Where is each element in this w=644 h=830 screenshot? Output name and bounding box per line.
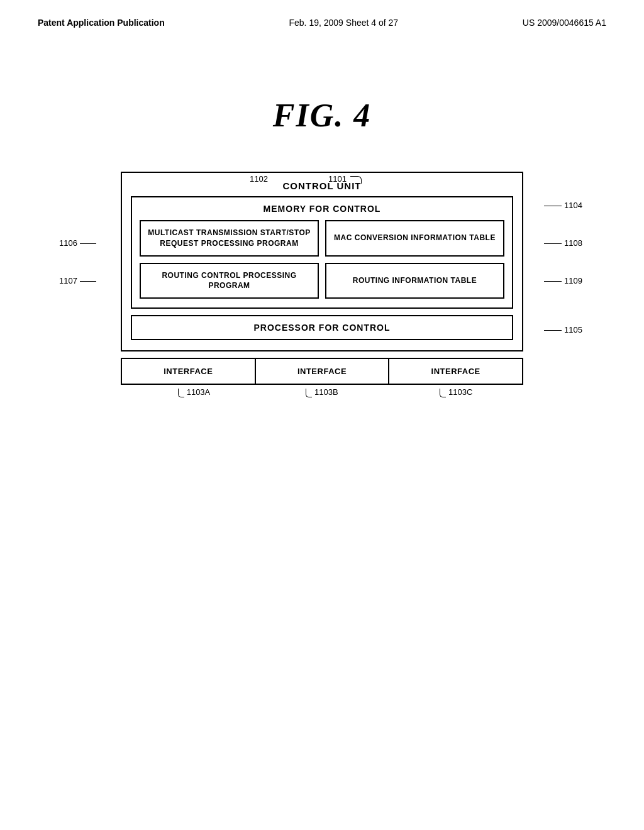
routing-information-table-cell: ROUTING INFORMATION TABLE <box>325 263 504 299</box>
interface-row: INTERFACE INTERFACE INTERFACE <box>121 358 523 385</box>
ref-1103a: 1103A <box>187 387 211 397</box>
interface-ref-labels: 1103A 1103B 1103C <box>121 387 523 397</box>
header-patent-number: US 2009/0046615 A1 <box>523 18 606 28</box>
page-header: Patent Application Publication Feb. 19, … <box>0 0 644 28</box>
header-publication: Patent Application Publication <box>38 18 165 28</box>
ref-1107: 1107 <box>59 276 96 285</box>
memory-for-control-label: MEMORY FOR CONTROL <box>140 204 504 214</box>
interface-a-cell: INTERFACE <box>121 358 256 385</box>
ref-1103b-wrapper: 1103B <box>255 387 389 397</box>
routing-control-program-cell: ROUTING CONTROL PROCESSING PROGRAM <box>140 263 319 299</box>
ref-1103a-wrapper: 1103A <box>121 387 255 397</box>
ref-1108: 1108 <box>544 238 582 248</box>
ref-1105: 1105 <box>544 325 582 335</box>
mac-conversion-table-cell: MAC CONVERSION INFORMATION TABLE <box>325 220 504 257</box>
ref-1103b: 1103B <box>314 387 338 397</box>
inner-row-2: ROUTING CONTROL PROCESSING PROGRAM ROUTI… <box>140 263 504 299</box>
interface-c-cell: INTERFACE <box>389 358 523 385</box>
processor-for-control-box: PROCESSOR FOR CONTROL <box>131 315 513 340</box>
figure-title: FIG. 4 <box>0 97 644 134</box>
ref-1104: 1104 <box>544 201 582 210</box>
ref-1109: 1109 <box>544 276 582 285</box>
multicast-program-cell: MULTICAST TRANSMISSION START/STOP REQUES… <box>140 220 319 257</box>
inner-row-1: MULTICAST TRANSMISSION START/STOP REQUES… <box>140 220 504 257</box>
ref-1106: 1106 <box>59 238 96 248</box>
control-unit-label: CONTROL UNIT <box>131 180 513 191</box>
ref-1103c: 1103C <box>448 387 472 397</box>
diagram-area: 1102 1101 1104 1106 1107 1108 1109 1105 <box>96 172 548 397</box>
ref-1103c-wrapper: 1103C <box>389 387 523 397</box>
memory-for-control-box: MEMORY FOR CONTROL MULTICAST TRANSMISSIO… <box>131 196 513 309</box>
interface-b-cell: INTERFACE <box>256 358 390 385</box>
control-unit-box: CONTROL UNIT MEMORY FOR CONTROL MULTICAS… <box>121 172 523 351</box>
header-date-sheet: Feb. 19, 2009 Sheet 4 of 27 <box>289 18 399 28</box>
